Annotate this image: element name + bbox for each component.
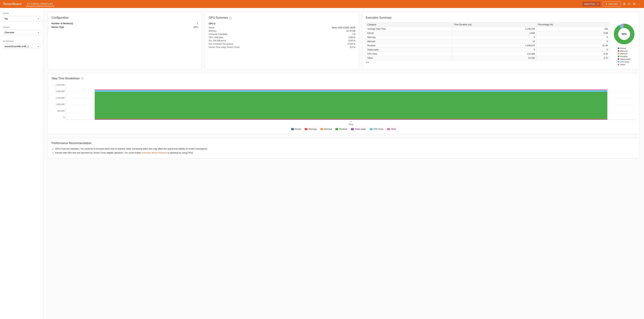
stacked-bar-area <box>66 84 636 120</box>
config-label-workers: Number of Worker(s) <box>52 22 73 25</box>
exec-cell-percentage: 100 <box>536 27 610 31</box>
execution-table: Category Time Duration (us) Percentage (… <box>366 22 610 60</box>
execution-summary-title: Execution Summary <box>366 16 636 19</box>
exec-cell-duration: 13 <box>452 40 536 44</box>
exec-cell-percentage: 0.08 <box>536 31 610 35</box>
chart-legend-memcpy-color <box>305 128 308 130</box>
settings-icon[interactable]: ⚙ <box>633 2 636 6</box>
exec-card-inner: Category Time Duration (us) Percentage (… <box>366 22 636 66</box>
exec-cell-duration: 57,235 <box>452 56 536 60</box>
settings-connected-icon[interactable]: ⚙ <box>623 2 626 6</box>
chart-legend-other-label: Other <box>391 128 396 130</box>
chart-legend-kernel: Kernel <box>291 128 301 130</box>
chart-plot-area: Step Time (microseconds) <box>66 84 636 126</box>
bar-stack <box>95 89 608 120</box>
exec-cell-duration: 2,106,259 <box>452 27 536 31</box>
active-plugin-tab[interactable]: PYTORCH_PROFILER <box>26 2 54 6</box>
runs-select-wrap: log ▼ <box>0 15 43 22</box>
chart-legend-other-color <box>387 128 390 130</box>
legend-kernel-dot <box>618 47 620 49</box>
exec-cell-duration: 110,488 <box>452 52 536 56</box>
chart-legend-memcpy: Memcpy <box>305 128 316 130</box>
chart-legend-memset-color <box>320 128 323 130</box>
exec-cell-category: Memset <box>366 40 452 44</box>
perf-item-1: GPU 0 has low utilization. You could try… <box>55 147 636 151</box>
exec-cell-percentage: 0 <box>536 35 610 40</box>
config-rows: Number of Worker(s) 1 Device Type GPU <box>52 22 198 28</box>
exec-prev-icon[interactable]: ◀ <box>366 61 367 63</box>
status-select-wrap: INACTIVE ▼ <box>582 2 600 6</box>
y-label-0: 0 <box>64 116 64 118</box>
chart-legend-runtime: Runtime <box>335 128 347 130</box>
chart-legend-cpuexec: CPU Exec <box>370 128 384 130</box>
legend-cpuexec-label: CPU Exec <box>620 61 630 63</box>
exec-table-wrap: Category Time Duration (us) Percentage (… <box>366 22 610 63</box>
chart-legend-kernel-label: Kernel <box>295 128 301 130</box>
exec-cell-category: CPU Exec <box>366 52 452 56</box>
exec-cell-percentage: 0 <box>536 40 610 44</box>
y-label-2500000: 2,500,000 <box>56 84 64 86</box>
exec-next-icon[interactable]: ▶ <box>368 61 369 63</box>
views-select[interactable]: Overview <box>3 30 40 35</box>
refresh-icon[interactable]: ↻ <box>628 2 631 6</box>
y-label-500000: 500,000 <box>57 110 64 112</box>
legend-memcpy-label: Memcpy <box>620 50 628 52</box>
exec-cell-duration: 1,646 <box>452 31 536 35</box>
legend-other: Other <box>618 64 631 66</box>
runs-section-label: Runs <box>0 11 43 15</box>
chart-legend-dataloader-label: DataLoader <box>355 128 366 130</box>
step-time-help-icon[interactable]: ? <box>81 77 84 80</box>
legend-cpuexec: CPU Exec <box>618 61 631 63</box>
workers-select-wrap: resnet18-profile-zrdfl_1 ▼ <box>0 43 43 50</box>
chart-legend-cpuexec-color <box>370 128 372 130</box>
exec-cell-duration: 1,936,874 <box>452 44 536 48</box>
x-axis-label: Step <box>66 123 636 126</box>
chart-legend-memset: Memset <box>320 128 332 130</box>
more-icon[interactable]: ⋮ <box>638 2 641 6</box>
gpu-summary-help-icon[interactable]: ? <box>229 17 232 20</box>
gpu-row-utilization: GPU Utilization 0.08 % <box>209 36 356 39</box>
config-row-device: Device Type GPU <box>52 26 198 28</box>
exec-table-row: Memcpy 3 0 <box>366 35 610 40</box>
main-layout: ‹ Runs log ▼ Views Overview ▼ Workers re… <box>0 8 644 319</box>
performance-recommendation-card: Performance Recommendation GPU 0 has low… <box>48 138 640 159</box>
step-time-breakdown-card: Step Time Breakdown ? 2,500,000 2,000,00… <box>48 73 640 134</box>
status-select[interactable]: INACTIVE <box>582 2 600 6</box>
chart-legend-cpuexec-label: CPU Exec <box>374 128 384 130</box>
views-section-label: Views <box>0 25 43 29</box>
exec-cell-percentage: 5.25 <box>536 52 610 56</box>
chart-legend-memset-label: Memset <box>324 128 332 130</box>
legend-other-dot <box>618 64 620 66</box>
config-row-workers: Number of Worker(s) 1 <box>52 22 198 25</box>
legend-runtime-dot <box>618 56 620 57</box>
exec-cell-category: Runtime <box>366 44 452 48</box>
exec-col-percentage: Percentage (%) <box>536 23 610 27</box>
upload-label: UPLOAD <box>608 3 618 6</box>
amp-link[interactable]: Automatic Mixed Precision <box>141 152 167 154</box>
chart-legend-kernel-color <box>291 128 294 130</box>
gpu-section-title: GPU 0: <box>209 23 356 25</box>
legend-memcpy-dot <box>618 50 620 52</box>
workers-select[interactable]: resnet18-profile-zrdfl_1 <box>3 44 40 49</box>
legend-dataloader-label: DataLoader <box>620 58 631 60</box>
chart-legend-runtime-label: Runtime <box>339 128 347 130</box>
configuration-title: Configuration <box>52 16 198 19</box>
runs-select[interactable]: log <box>3 16 40 21</box>
gpu-summary-title: GPU Summary ? <box>209 16 356 20</box>
gpu-row-tensor-cores: Kernel Time using Tensor Cores 0.0 % <box>209 46 356 49</box>
legend-kernel: Kernel <box>618 47 631 49</box>
perf-title: Performance Recommendation <box>52 142 636 145</box>
exec-table-nav: ◀ ▶ <box>366 61 610 63</box>
upload-button[interactable]: ⬆ UPLOAD <box>602 2 621 7</box>
gpu-summary-card: GPU Summary ? GPU 0: Name Tesla V100-SXM… <box>205 12 359 70</box>
bar-runtime <box>95 92 608 119</box>
exec-table-row: Kernel 1,646 0.08 <box>366 31 610 35</box>
gpu-row-occupancy: Est. Achieved Occupancy 17.63 % <box>209 43 356 45</box>
main-content: Configuration Number of Worker(s) 1 Devi… <box>43 8 644 319</box>
summary-cards-row: Configuration Number of Worker(s) 1 Devi… <box>48 12 640 70</box>
exec-table-row: DataLoader 0 0 <box>366 48 610 52</box>
y-label-1500000: 1,500,000 <box>56 97 64 99</box>
exec-col-category: Category <box>366 23 452 27</box>
sidebar: ‹ Runs log ▼ Views Overview ▼ Workers re… <box>0 8 43 319</box>
gpu-summary-title-text: GPU Summary <box>209 16 228 19</box>
